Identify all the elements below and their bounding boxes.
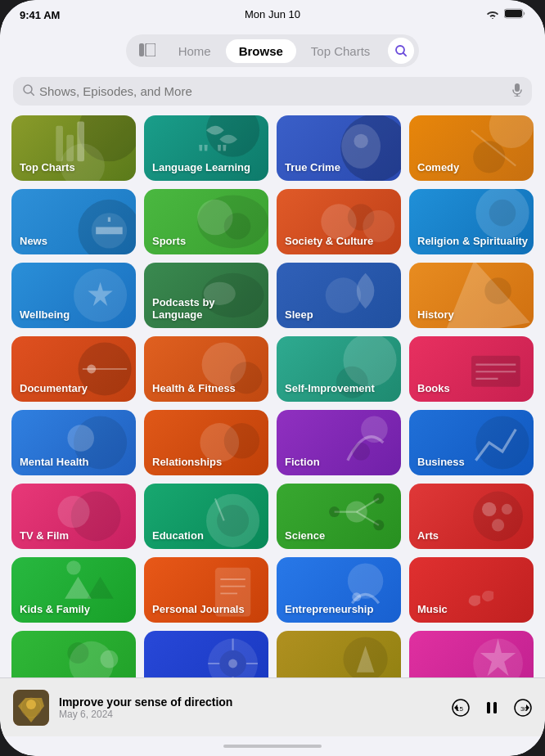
svg-point-57 [352,443,370,461]
category-label-tv-film: TV & Film [20,529,69,542]
category-label-language-learning: Language Learning [152,161,250,174]
status-date: Mon Jun 10 [245,8,300,20]
category-card-government[interactable]: Government [277,631,401,677]
svg-point-58 [475,416,529,469]
category-card-health-fitness[interactable]: Health & Fitness [144,336,268,402]
svg-point-68 [373,520,384,530]
category-card-history[interactable]: History [409,263,534,328]
tab-top-charts[interactable]: Top Charts [298,39,384,63]
svg-point-55 [224,423,259,458]
svg-line-5 [403,53,407,56]
home-bar [223,745,322,748]
category-label-relationships: Relationships [152,456,222,469]
sidebar-button[interactable] [131,38,164,64]
now-playing-date: May 6, 2024 [59,709,442,720]
category-card-wellbeing[interactable]: Wellbeing [11,263,136,328]
category-card-parenting[interactable]: Parenting [11,631,136,677]
category-card-mental-health[interactable]: Mental Health [11,410,136,475]
svg-point-56 [361,416,388,443]
category-card-education[interactable]: Education [144,484,268,549]
tab-home[interactable]: Home [165,39,224,63]
search-button[interactable] [388,38,414,64]
category-label-self-improvement: Self-Improvement [285,382,375,395]
tab-browse[interactable]: Browse [226,39,296,63]
category-card-podcasts-language[interactable]: Podcasts by Language [144,263,268,328]
wifi-icon [486,9,499,21]
svg-rect-3 [146,43,155,56]
svg-point-40 [484,277,511,304]
category-label-sports: Sports [152,235,186,248]
svg-point-70 [329,506,340,517]
svg-point-83 [67,642,88,664]
forward-button[interactable]: 30 [514,699,532,717]
category-card-leisure[interactable]: Leisure [409,631,534,677]
category-card-business[interactable]: Business [409,410,534,475]
category-card-documentary[interactable]: Documentary [11,336,136,402]
svg-point-20 [354,134,367,148]
category-label-education: Education [152,529,204,542]
category-label-entrepreneurship: Entrepreneurship [285,603,373,616]
category-card-language-learning[interactable]: " "Language Learning [144,115,268,181]
category-card-sleep[interactable]: Sleep [277,263,401,328]
svg-rect-1 [505,10,522,17]
category-card-arts[interactable]: Arts [409,484,534,549]
svg-point-81 [352,592,361,601]
category-label-leisure: Leisure [417,677,455,677]
category-card-self-improvement[interactable]: Self-Improvement [277,336,401,402]
category-label-comedy: Comedy [417,161,459,174]
category-label-health-fitness: Health & Fitness [152,382,236,395]
category-label-books: Books [417,382,450,395]
category-card-personal-journals[interactable]: Personal Journals [144,557,268,623]
category-card-comedy[interactable]: Comedy [409,115,534,181]
search-icon [23,84,34,98]
category-card-true-crime[interactable]: True Crime [277,115,401,181]
category-card-tv-film[interactable]: TV & Film [11,484,136,549]
svg-point-96 [26,700,36,709]
search-bar[interactable] [13,77,532,106]
category-label-true-crime: True Crime [285,161,340,174]
category-card-fiction[interactable]: Fiction [277,410,401,475]
svg-point-22 [473,141,505,173]
status-bar: 9:41 AM Mon Jun 10 [0,0,545,29]
now-playing-info: Improve your sense of direction May 6, 2… [59,695,442,720]
category-card-entrepreneurship[interactable]: Entrepreneurship [277,557,401,623]
svg-point-60 [57,496,89,528]
category-grid-scroll: Top Charts" "Language LearningTrue Crime… [0,112,545,677]
category-label-science: Science [285,529,325,542]
svg-point-72 [482,502,496,516]
now-playing-bar: Improve your sense of direction May 6, 2… [0,677,545,736]
svg-rect-2 [139,43,144,56]
category-card-books[interactable]: Books [409,336,534,402]
svg-rect-14 [66,135,74,162]
category-label-business: Business [417,456,465,469]
search-input[interactable] [39,84,507,98]
category-card-news[interactable]: News [11,189,136,254]
status-right [486,8,525,21]
category-label-wellbeing: Wellbeing [20,308,70,322]
category-label-sleep: Sleep [285,308,313,322]
category-card-technology[interactable]: Technology [144,631,268,677]
category-card-top-charts[interactable]: Top Charts [11,115,136,181]
category-card-music[interactable]: Music [409,557,534,623]
rewind-button[interactable]: 15 [452,699,470,717]
pause-button[interactable] [483,699,501,717]
svg-rect-99 [487,702,490,713]
category-card-society-culture[interactable]: Society & Culture [277,189,401,254]
svg-point-74 [492,519,504,531]
svg-point-73 [502,504,512,515]
svg-line-7 [31,92,34,96]
svg-rect-13 [56,126,63,161]
category-card-sports[interactable]: Sports [144,189,268,254]
category-card-science[interactable]: Science [277,484,401,549]
svg-point-62 [217,505,249,537]
card-decoration-leisure [409,631,534,677]
now-playing-thumbnail [13,690,49,726]
category-label-personal-journals: Personal Journals [152,603,245,616]
category-card-religion-spirituality[interactable]: Religion & Spirituality [409,189,534,254]
svg-point-43 [87,365,96,374]
category-card-relationships[interactable]: Relationships [144,410,268,475]
mic-icon[interactable] [512,83,522,99]
category-label-podcasts-language: Podcasts by Language [152,296,264,322]
category-card-kids-family[interactable]: Kids & Family [11,557,136,623]
status-time: 9:41 AM [20,9,60,21]
